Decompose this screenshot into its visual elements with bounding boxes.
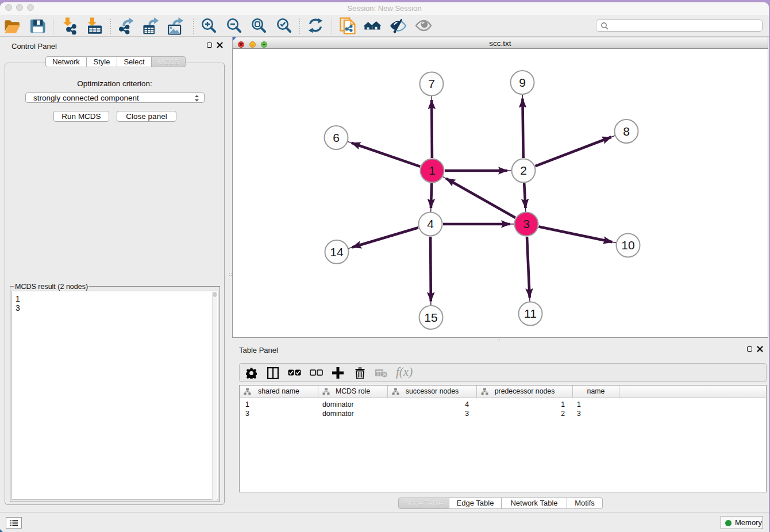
svg-text:6: 6 [333,131,340,144]
svg-text:2: 2 [520,164,527,177]
svg-text:8: 8 [623,125,630,138]
svg-text:10: 10 [621,238,634,252]
svg-text:4: 4 [427,217,434,230]
svg-text:1: 1 [429,164,436,177]
svg-text:9: 9 [519,76,526,89]
svg-text:14: 14 [330,245,344,259]
svg-text:3: 3 [523,217,530,230]
svg-text:15: 15 [424,311,437,324]
svg-text:11: 11 [524,307,537,320]
svg-text:7: 7 [428,77,435,90]
